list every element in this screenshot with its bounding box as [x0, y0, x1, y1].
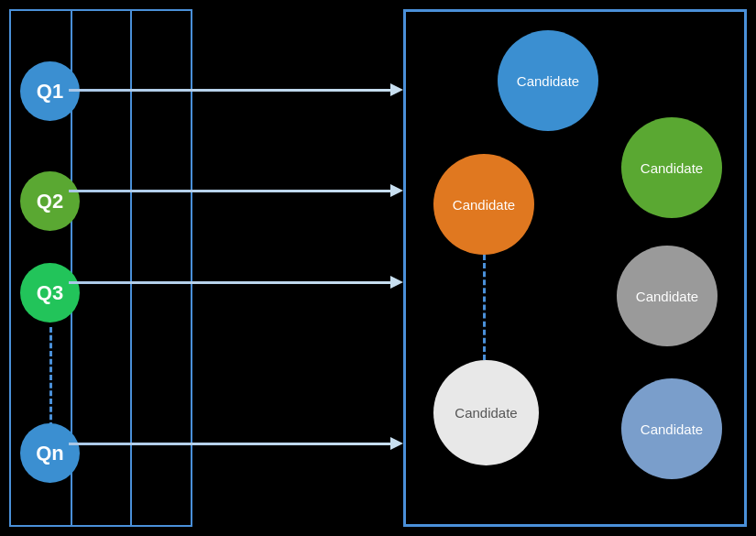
arrow-qn: [69, 443, 394, 445]
arrow-q3: [69, 281, 394, 284]
q3-label: Q3: [37, 281, 63, 305]
dashed-connector-left: [49, 327, 52, 428]
candidate-1: Candidate: [498, 30, 598, 131]
candidate-5: Candidate: [433, 360, 539, 465]
left-panel: Q1 Q2 Q3 Qn: [9, 9, 192, 527]
candidate-4-label: Candidate: [636, 289, 698, 304]
q2-label: Q2: [37, 190, 63, 213]
candidate-3-label: Candidate: [641, 160, 703, 176]
candidate-3: Candidate: [621, 117, 722, 218]
candidate-4: Candidate: [617, 246, 718, 346]
q2-circle: Q2: [20, 171, 80, 231]
candidate-6: Candidate: [621, 378, 722, 479]
qn-label: Qn: [36, 442, 64, 465]
candidate-5-label: Candidate: [455, 405, 517, 421]
right-panel: Candidate Candidate Candidate Candidate …: [403, 9, 747, 527]
dashed-connector-right: [483, 255, 486, 360]
candidate-6-label: Candidate: [641, 421, 703, 437]
candidate-2-label: Candidate: [453, 197, 515, 213]
arrow-q1: [69, 89, 394, 92]
candidate-2: Candidate: [433, 154, 534, 255]
qn-circle: Qn: [20, 423, 80, 483]
arrow-q2: [69, 190, 394, 192]
q3-circle: Q3: [20, 263, 80, 323]
q1-label: Q1: [37, 80, 63, 104]
candidate-1-label: Candidate: [517, 73, 579, 89]
